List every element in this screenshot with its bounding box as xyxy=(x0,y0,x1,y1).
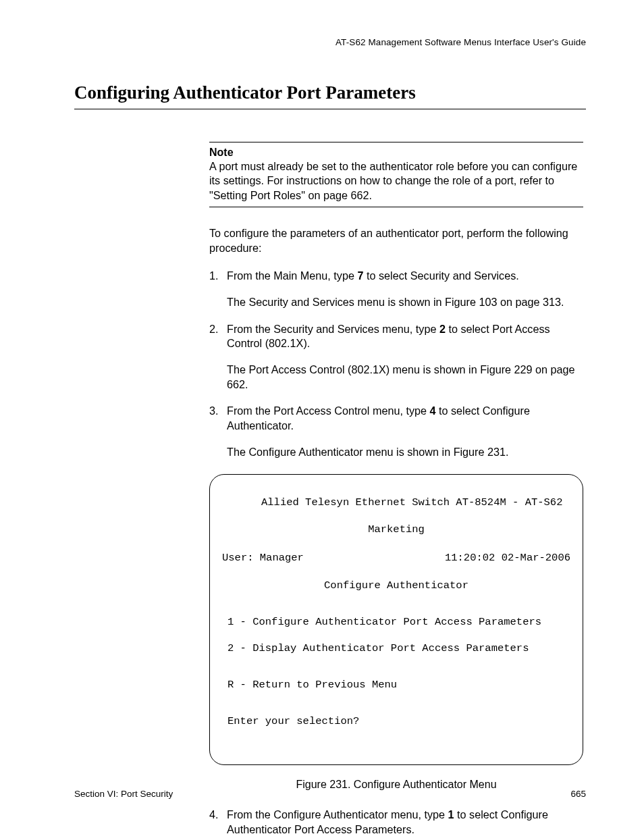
step-2: From the Security and Services menu, typ… xyxy=(209,322,583,392)
procedure-list-cont: From the Configure Authenticator menu, t… xyxy=(209,808,583,834)
step-text: From the Security and Services menu, typ… xyxy=(227,323,550,349)
footer-section: Section VI: Port Security xyxy=(74,789,173,799)
terminal-device-line: Allied Telesyn Ethernet Switch AT-8524M … xyxy=(222,496,570,510)
step-sub: The Security and Services menu is shown … xyxy=(227,295,583,309)
terminal-screen: Allied Telesyn Ethernet Switch AT-8524M … xyxy=(209,474,583,765)
footer-page-number: 665 xyxy=(570,789,586,799)
terminal-user-row: User: Manager11:20:02 02-Mar-2006 xyxy=(222,552,570,565)
step-3: From the Port Access Control menu, type … xyxy=(209,404,583,459)
step-text: From the Port Access Control menu, type … xyxy=(227,405,530,431)
page-footer: Section VI: Port Security 665 xyxy=(74,789,586,799)
step-text: From the Configure Authenticator menu, t… xyxy=(227,808,548,834)
page-title: Configuring Authenticator Port Parameter… xyxy=(74,82,586,109)
terminal-figure: Allied Telesyn Ethernet Switch AT-8524M … xyxy=(209,474,583,765)
terminal-return: R - Return to Previous Menu xyxy=(222,679,570,692)
step-sub: The Port Access Control (802.1X) menu is… xyxy=(227,363,583,392)
terminal-option-1: 1 - Configure Authenticator Port Access … xyxy=(222,616,570,629)
terminal-datetime: 11:20:02 02-Mar-2006 xyxy=(445,552,570,565)
terminal-option-2: 2 - Display Authenticator Port Access Pa… xyxy=(222,642,570,656)
step-text: From the Main Menu, type 7 to select Sec… xyxy=(227,269,519,282)
step-1: From the Main Menu, type 7 to select Sec… xyxy=(209,269,583,310)
intro-paragraph: To configure the parameters of an authen… xyxy=(209,226,583,255)
step-sub: The Configure Authenticator menu is show… xyxy=(227,445,583,459)
note-label: Note xyxy=(209,145,583,159)
procedure-list: From the Main Menu, type 7 to select Sec… xyxy=(209,269,583,459)
terminal-menu-title: Configure Authenticator xyxy=(222,579,570,593)
running-header: AT-S62 Management Software Menus Interfa… xyxy=(74,37,586,47)
main-content: Note A port must already be set to the a… xyxy=(209,142,583,834)
note-body: A port must already be set to the authen… xyxy=(209,159,583,203)
terminal-subtitle: Marketing xyxy=(222,523,570,537)
step-4: From the Configure Authenticator menu, t… xyxy=(209,808,583,834)
terminal-prompt: Enter your selection? xyxy=(222,715,570,729)
note-box: Note A port must already be set to the a… xyxy=(209,142,583,207)
page: AT-S62 Management Software Menus Interfa… xyxy=(0,0,644,834)
terminal-user: User: Manager xyxy=(222,552,304,565)
